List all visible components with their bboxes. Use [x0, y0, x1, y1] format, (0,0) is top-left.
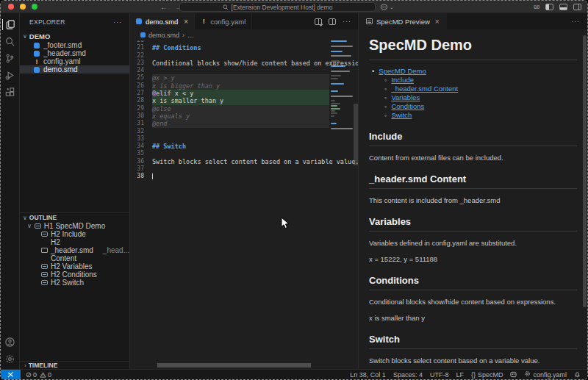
eol-sequence[interactable]: LF	[456, 371, 464, 379]
outline-label: H1 SpecMD Demo	[44, 222, 105, 230]
table-of-contents: SpecMD DemoInclude_header.smd ContentVar…	[369, 67, 577, 120]
outline-tree: ∨H1 SpecMD DemoH2 IncludeH2 _header.smd …	[20, 222, 129, 287]
preview-scrollbar[interactable]	[583, 35, 587, 307]
code-line: 26x is bigger than y	[130, 82, 329, 90]
editor-tab-bar: demo.smd × ! config.yaml ···	[130, 13, 358, 29]
command-center[interactable]: [Extension Development Host] demo	[179, 2, 376, 12]
smd-file-icon	[140, 32, 146, 37]
editor-more-actions-icon[interactable]: ···	[343, 18, 351, 25]
toggle-primary-sidebar-icon[interactable]	[545, 4, 553, 10]
file-item[interactable]: _footer.smd	[20, 41, 129, 49]
errors-icon	[26, 372, 32, 378]
timeline-header[interactable]: › TIMELINE	[20, 361, 129, 369]
customize-layout-icon[interactable]: ⧉8	[534, 4, 539, 10]
outline-item[interactable]: H2 Switch	[20, 279, 129, 287]
outline-item[interactable]: H2 Variables	[20, 262, 129, 270]
toc-link[interactable]: Switch	[391, 111, 412, 119]
explorer-icon[interactable]	[2, 19, 18, 30]
problems-status[interactable]: 0 0	[21, 371, 51, 379]
layout-controls: ⧉8	[534, 1, 581, 13]
outline-header[interactable]: ∨ OUTLINE	[20, 212, 129, 222]
preview-tab-bar: SpecMD Preview × ···	[359, 13, 587, 29]
braces-icon: {}	[471, 371, 476, 379]
indentation[interactable]: Spaces: 4	[393, 371, 423, 379]
source-control-icon[interactable]	[2, 53, 18, 64]
close-tab-icon[interactable]: ×	[184, 18, 188, 26]
minimize-window-button[interactable]	[20, 4, 26, 10]
minimap-line	[331, 71, 350, 72]
extensions-icon[interactable]	[2, 87, 18, 98]
run-debug-icon[interactable]	[2, 70, 18, 81]
yaml-file-icon: !	[34, 58, 40, 65]
gear-icon	[524, 370, 531, 379]
chevron-down-icon: ∨	[23, 33, 27, 40]
toc-link[interactable]: _header.smd Content	[391, 85, 458, 93]
toc-item: Include	[369, 76, 577, 85]
file-item[interactable]: demo.smd	[20, 65, 129, 74]
line-number: 26	[130, 82, 152, 90]
tab-label: config.yaml	[210, 18, 245, 26]
back-icon[interactable]: ←	[160, 3, 168, 11]
search-icon	[223, 4, 229, 10]
explorer-empty-space	[20, 74, 129, 212]
copilot-menu[interactable]: ⌄	[380, 2, 394, 12]
search-icon[interactable]	[2, 36, 18, 47]
feedback-icon[interactable]	[510, 371, 517, 378]
split-editor-icon[interactable]	[329, 18, 336, 25]
file-item[interactable]: _header.smd	[20, 49, 129, 57]
code-editor[interactable]: 2021## Conditions2223Conditional blocks …	[130, 40, 358, 369]
close-window-button[interactable]	[8, 4, 14, 10]
maximize-window-button[interactable]	[32, 4, 37, 10]
minimap[interactable]	[329, 40, 354, 369]
language-mode[interactable]: {} SpecMD	[471, 371, 503, 379]
toc-link[interactable]: Include	[391, 76, 414, 84]
cursor-position[interactable]: Ln 38, Col 1	[350, 371, 386, 379]
toggle-panel-icon[interactable]	[559, 4, 567, 10]
close-tab-icon[interactable]: ×	[435, 18, 440, 26]
open-changes-icon[interactable]	[315, 18, 322, 25]
toc-link[interactable]: SpecMD Demo	[379, 67, 426, 75]
notifications-bell-icon[interactable]	[574, 371, 581, 378]
file-list: _footer.smd_header.smd!config.yamldemo.s…	[20, 41, 129, 74]
explorer-header: EXPLORER ···	[20, 13, 129, 31]
explorer-more-actions-icon[interactable]: ···	[113, 18, 122, 26]
outline-item[interactable]: H2 Include	[20, 230, 129, 238]
line-number: 21	[130, 44, 152, 51]
toc-link[interactable]: Variables	[391, 93, 420, 101]
minimap-line	[331, 123, 337, 124]
outline-item[interactable]: ∨H1 SpecMD Demo	[20, 222, 129, 230]
tab-config-yaml[interactable]: ! config.yaml	[195, 13, 252, 29]
code-line: 25@x > y	[130, 74, 329, 82]
code-line: 38	[130, 173, 329, 180]
specmd-config-status[interactable]: config.yaml	[524, 370, 567, 379]
remote-indicator[interactable]	[1, 370, 21, 379]
outline-item[interactable]: H2 _header.smd Content_head...	[20, 238, 129, 262]
encoding[interactable]: UTF-8	[430, 371, 449, 379]
preview-heading: Conditions	[369, 275, 577, 290]
toc-link[interactable]: Conditions	[391, 102, 424, 110]
preview-more-actions-icon[interactable]: ···	[571, 18, 580, 25]
chevron-right-icon: ›	[24, 362, 26, 369]
file-label: _header.smd	[43, 49, 86, 57]
code-line: 37	[130, 165, 329, 173]
chevron-down-icon: ∨	[27, 223, 32, 229]
line-number: 22	[130, 52, 152, 60]
toc-item: SpecMD Demo	[369, 67, 577, 76]
outline-item[interactable]: H2 Conditions	[20, 270, 129, 279]
breadcrumb[interactable]: demo.smd › …	[130, 29, 358, 40]
vertical-scrollbar[interactable]	[354, 104, 358, 165]
preview-paragraph: Switch blocks select content based on a …	[369, 356, 577, 365]
accounts-icon[interactable]	[2, 337, 18, 348]
breadcrumb-file[interactable]: demo.smd	[148, 32, 179, 39]
tab-specmd-preview[interactable]: SpecMD Preview ×	[359, 13, 447, 29]
folder-demo[interactable]: ∨ DEMO	[20, 31, 129, 41]
file-item[interactable]: !config.yaml	[20, 57, 129, 65]
toggle-secondary-sidebar-icon[interactable]	[573, 4, 581, 10]
breadcrumb-more[interactable]: …	[187, 32, 194, 39]
settings-gear-icon[interactable]	[2, 354, 18, 365]
outline-label: H2 Variables	[51, 262, 93, 270]
horizontal-scrollbar[interactable]	[157, 363, 311, 368]
tab-demo-smd[interactable]: demo.smd ×	[130, 13, 195, 29]
line-number: 34	[130, 143, 152, 150]
line-content	[152, 173, 329, 180]
